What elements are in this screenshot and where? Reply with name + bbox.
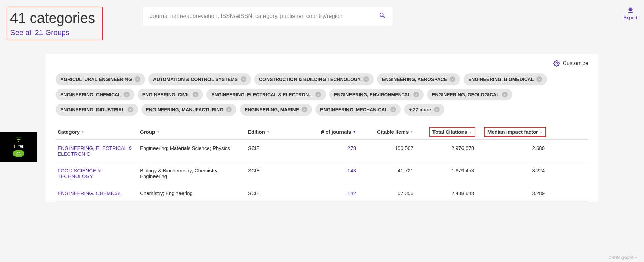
sort-icon: ▼	[410, 130, 413, 134]
gear-icon	[553, 60, 560, 67]
close-icon[interactable]: ×	[302, 107, 307, 112]
filter-chip[interactable]: ENGINEERING, ELECTRICAL & ELECTRON...×	[206, 89, 326, 100]
export-label: Export	[624, 15, 637, 20]
close-icon[interactable]: ×	[193, 92, 198, 97]
cell-total: 1,679,458	[413, 168, 474, 173]
sort-icon: ▼	[469, 131, 472, 134]
page-title: 41 categories	[10, 10, 95, 26]
sort-icon: ▼	[157, 130, 160, 134]
filter-icon	[15, 137, 22, 142]
main-panel: Customize AGRICULTURAL ENGINEERING×AUTOM…	[46, 54, 598, 202]
close-icon[interactable]: ×	[450, 76, 455, 82]
top-bar: 41 categories See all 21 Groups Export	[0, 0, 644, 54]
filter-chip[interactable]: AGRICULTURAL ENGINEERING×	[56, 73, 145, 85]
col-median-impact[interactable]: Median impact factor ▼	[474, 129, 545, 135]
col-group[interactable]: Group▼	[140, 129, 248, 135]
see-all-groups-link[interactable]: See all 21 Groups	[10, 28, 95, 37]
cell-citable: 41,721	[356, 168, 413, 173]
chip-label: ENGINEERING, CIVIL	[142, 92, 190, 97]
svg-point-3	[556, 63, 558, 64]
chip-label: ENGINEERING, MANUFACTURING	[146, 107, 223, 112]
filter-tab[interactable]: Filter 41	[0, 132, 37, 162]
col-edition[interactable]: Edition▼	[248, 129, 302, 135]
category-link[interactable]: FOOD SCIENCE & TECHNOLOGY	[58, 168, 140, 179]
chip-label: ENGINEERING, AEROSPACE	[382, 77, 447, 82]
table-row: ENGINEERING, CHEMICALChemistry; Engineer…	[56, 185, 588, 202]
filter-chip[interactable]: ENGINEERING, MANUFACTURING×	[141, 104, 236, 116]
filter-chip[interactable]: ENGINEERING, MECHANICAL×	[315, 104, 401, 116]
customize-button[interactable]: Customize	[56, 60, 588, 73]
results-table: Category▼ Group▼ Edition▼ # of journals▼…	[56, 124, 588, 202]
filter-label: Filter	[14, 144, 24, 149]
col-citable[interactable]: Citable Items▼	[356, 129, 413, 135]
cell-group: Biology & Biochemistry; Chemistry; Engin…	[140, 168, 248, 179]
filter-chip[interactable]: ENGINEERING, BIOMEDICAL×	[464, 73, 547, 85]
close-icon[interactable]: ×	[502, 92, 508, 97]
close-icon[interactable]: ×	[390, 107, 396, 112]
close-icon[interactable]: ×	[226, 107, 232, 112]
filter-chip[interactable]: ENGINEERING, AEROSPACE×	[377, 73, 460, 85]
category-link[interactable]: ENGINEERING, CHEMICAL	[58, 190, 140, 196]
close-icon[interactable]: ×	[413, 92, 419, 97]
cell-total: 2,976,078	[413, 145, 474, 151]
close-icon[interactable]: ×	[241, 76, 246, 82]
cell-edition: SCIE	[248, 190, 302, 196]
col-total-citations[interactable]: Total Citations ▼	[413, 129, 474, 135]
cell-group: Engineering; Materials Science; Physics	[140, 145, 248, 151]
more-chips[interactable]: + 27 more×	[404, 104, 444, 116]
cell-total: 2,488,683	[413, 190, 474, 196]
cell-journals[interactable]: 142	[302, 190, 356, 196]
close-icon[interactable]: ×	[434, 107, 440, 112]
cell-journals[interactable]: 278	[302, 145, 356, 151]
filter-chips: AGRICULTURAL ENGINEERING×AUTOMATION & CO…	[56, 73, 588, 116]
filter-chip[interactable]: AUTOMATION & CONTROL SYSTEMS×	[148, 73, 251, 85]
sort-icon: ▼	[353, 130, 356, 134]
chip-label: CONSTRUCTION & BUILDING TECHNOLOGY	[259, 77, 361, 82]
close-icon[interactable]: ×	[124, 92, 130, 97]
chip-label: ENGINEERING, ELECTRICAL & ELECTRON...	[211, 92, 313, 97]
col-journals[interactable]: # of journals▼	[302, 129, 356, 135]
close-icon[interactable]: ×	[135, 76, 140, 82]
cell-citable: 57,356	[356, 190, 413, 196]
table-row: FOOD SCIENCE & TECHNOLOGYBiology & Bioch…	[56, 162, 588, 185]
search-icon[interactable]	[379, 12, 386, 21]
table-row: ENGINEERING, ELECTRICAL & ELECTRONICEngi…	[56, 140, 588, 162]
close-icon[interactable]: ×	[363, 76, 369, 82]
search-input[interactable]	[150, 13, 379, 20]
close-icon[interactable]: ×	[315, 92, 321, 97]
chip-label: ENGINEERING, ENVIRONMENTAL	[334, 92, 411, 97]
filter-chip[interactable]: ENGINEERING, CIVIL×	[138, 89, 203, 100]
filter-chip[interactable]: ENGINEERING, MARINE×	[240, 104, 312, 116]
chip-label: ENGINEERING, CHEMICAL	[60, 92, 121, 97]
chip-label: AUTOMATION & CONTROL SYSTEMS	[153, 77, 238, 82]
filter-chip[interactable]: ENGINEERING, ENVIRONMENTAL×	[329, 89, 424, 100]
sort-icon: ▼	[539, 131, 543, 134]
table-header: Category▼ Group▼ Edition▼ # of journals▼…	[56, 124, 588, 140]
close-icon[interactable]: ×	[536, 76, 542, 82]
sort-icon: ▼	[81, 130, 84, 134]
chip-label: ENGINEERING, GEOLOGICAL	[432, 92, 499, 97]
cell-citable: 106,567	[356, 145, 413, 151]
cell-group: Chemistry; Engineering	[140, 190, 248, 196]
cell-edition: SCIE	[248, 145, 302, 151]
download-icon	[627, 7, 634, 14]
chip-label: ENGINEERING, BIOMEDICAL	[468, 77, 534, 82]
export-button[interactable]: Export	[624, 7, 637, 20]
cell-edition: SCIE	[248, 168, 302, 173]
col-category[interactable]: Category▼	[56, 129, 140, 135]
chip-label: AGRICULTURAL ENGINEERING	[60, 77, 132, 82]
sort-icon: ▼	[267, 130, 270, 134]
chip-label: ENGINEERING, MECHANICAL	[320, 107, 388, 112]
category-link[interactable]: ENGINEERING, ELECTRICAL & ELECTRONIC	[58, 145, 140, 157]
chip-label: + 27 more	[409, 107, 431, 112]
chip-label: ENGINEERING, MARINE	[245, 107, 299, 112]
cell-median: 3.224	[474, 168, 545, 173]
filter-chip[interactable]: ENGINEERING, INDUSTRIAL×	[56, 104, 138, 116]
cell-journals[interactable]: 143	[302, 168, 356, 173]
filter-chip[interactable]: ENGINEERING, GEOLOGICAL×	[427, 89, 512, 100]
close-icon[interactable]: ×	[128, 107, 133, 112]
filter-chip[interactable]: CONSTRUCTION & BUILDING TECHNOLOGY×	[254, 73, 374, 85]
chip-label: ENGINEERING, INDUSTRIAL	[60, 107, 125, 112]
search-wrapper[interactable]	[143, 7, 393, 26]
filter-chip[interactable]: ENGINEERING, CHEMICAL×	[56, 89, 134, 100]
